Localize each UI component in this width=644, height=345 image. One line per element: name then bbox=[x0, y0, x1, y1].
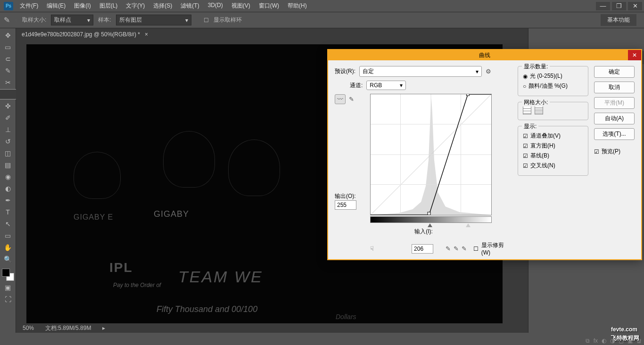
grid-size-label: 网格大小: bbox=[522, 99, 550, 107]
curve-graph[interactable] bbox=[370, 94, 492, 215]
cb-overlay[interactable]: ☑ bbox=[523, 133, 528, 140]
menu-file[interactable]: 文件(F) bbox=[20, 2, 38, 10]
grid-large-button[interactable] bbox=[535, 106, 543, 115]
menu-view[interactable]: 视图(V) bbox=[231, 2, 250, 10]
gray-eyedrop-icon[interactable]: ✎ bbox=[454, 245, 459, 252]
smooth-button: 平滑(M) bbox=[594, 97, 635, 109]
white-eyedrop-icon[interactable]: ✎ bbox=[462, 245, 467, 252]
blur-tool[interactable]: ◉ bbox=[2, 172, 14, 182]
healing-tool[interactable]: ✜ bbox=[2, 101, 14, 111]
fx-icon[interactable]: fx bbox=[594, 337, 598, 344]
marquee-tool[interactable]: ▭ bbox=[2, 42, 14, 52]
auto-button[interactable]: 自动(A) bbox=[594, 113, 635, 124]
menu-items: 文件(F) 编辑(E) 图像(I) 图层(L) 文字(Y) 选择(S) 滤镜(T… bbox=[20, 2, 307, 10]
screenmode-tool[interactable]: ⛶ bbox=[2, 294, 14, 304]
site-watermark: fevte.com 飞特教程网 bbox=[611, 322, 639, 342]
link-icon[interactable]: ⧉ bbox=[586, 337, 590, 344]
history-brush-tool[interactable]: ↺ bbox=[2, 136, 14, 147]
menu-edit[interactable]: 编辑(E) bbox=[47, 2, 66, 10]
channel-select[interactable]: RGB▾ bbox=[366, 81, 406, 90]
minimize-button[interactable]: — bbox=[596, 2, 610, 10]
sample-size-select[interactable]: 取样点▾ bbox=[51, 15, 93, 25]
workspace-switcher[interactable]: 基本功能 bbox=[601, 14, 636, 26]
zoom-level[interactable]: 50% bbox=[23, 325, 34, 331]
menu-layer[interactable]: 图层(L) bbox=[99, 2, 118, 10]
radio-light[interactable]: ◉ bbox=[523, 73, 528, 80]
black-slider[interactable] bbox=[428, 223, 432, 227]
options-button[interactable]: 选项(T)... bbox=[594, 128, 635, 140]
quick-select-tool[interactable]: ✎ bbox=[2, 66, 14, 76]
shape-tool[interactable]: ▭ bbox=[2, 230, 14, 241]
status-bar: 50% 文档:5.89M/5.89M ▸ bbox=[16, 323, 528, 333]
menu-window[interactable]: 窗口(W) bbox=[259, 2, 279, 10]
canvas-text: Fifty Thousand and 00/100 bbox=[157, 304, 257, 314]
type-tool[interactable]: T bbox=[2, 207, 14, 217]
close-tab-icon[interactable]: × bbox=[145, 31, 148, 38]
close-button[interactable]: ✕ bbox=[628, 2, 642, 10]
sample-select[interactable]: 所有图层▾ bbox=[116, 15, 191, 25]
white-slider[interactable] bbox=[466, 223, 471, 227]
curve-mode-icon[interactable]: 〰 bbox=[335, 94, 346, 104]
dodge-tool[interactable]: ◐ bbox=[2, 183, 14, 194]
doc-size: 文档:5.89M/5.89M bbox=[45, 324, 91, 332]
color-swatch[interactable] bbox=[2, 269, 14, 281]
menu-select[interactable]: 选择(S) bbox=[153, 2, 172, 10]
toolbox: ✥ ▭ ⊂ ✎ ✂ ✎ ✜ ✐ ⊥ ↺ ◫ ▤ ◉ ◐ ✒ T ↖ ▭ ✋ 🔍 … bbox=[0, 28, 16, 333]
canvas-text: IPL bbox=[109, 260, 133, 275]
zoom-tool[interactable]: 🔍 bbox=[2, 254, 14, 264]
canvas-text: TEAM WE bbox=[178, 268, 263, 286]
hand-icon[interactable]: ☟ bbox=[370, 245, 374, 252]
brush-tool[interactable]: ✐ bbox=[2, 113, 14, 123]
options-bar: ✎ ▾ 取样大小: 取样点▾ 样本: 所有图层▾ ☐ 显示取样环 基本功能 bbox=[0, 12, 644, 28]
mask-icon[interactable]: ◐ bbox=[602, 337, 606, 344]
lasso-tool[interactable]: ⊂ bbox=[2, 54, 14, 64]
maximize-button[interactable]: ❐ bbox=[612, 2, 626, 10]
preview-checkbox[interactable]: ☑ bbox=[594, 148, 599, 155]
dialog-close-button[interactable]: ✕ bbox=[628, 50, 641, 60]
menu-filter[interactable]: 滤镜(T) bbox=[181, 2, 199, 10]
ok-button[interactable]: 确定 bbox=[594, 66, 635, 78]
path-tool[interactable]: ↖ bbox=[2, 219, 14, 229]
cancel-button[interactable]: 取消 bbox=[594, 82, 635, 93]
show-clipping-checkbox[interactable]: 显示修剪(W) bbox=[481, 241, 512, 256]
cb-intersect[interactable]: ☑ bbox=[523, 163, 528, 169]
move-tool[interactable]: ✥ bbox=[2, 30, 14, 41]
ps-logo-icon: Ps bbox=[4, 2, 13, 10]
preset-menu-icon[interactable]: ⚙ bbox=[486, 68, 491, 75]
crop-tool[interactable]: ✂ bbox=[2, 77, 14, 88]
eraser-tool[interactable]: ◫ bbox=[2, 148, 14, 158]
grid-small-button[interactable] bbox=[523, 106, 531, 115]
pencil-mode-icon[interactable]: ✎ bbox=[349, 96, 354, 103]
menu-3d[interactable]: 3D(D) bbox=[208, 2, 223, 10]
pen-tool[interactable]: ✒ bbox=[2, 195, 14, 205]
sample-size-label: 取样大小: bbox=[22, 16, 46, 24]
gradient-tool[interactable]: ▤ bbox=[2, 160, 14, 170]
radio-pigment[interactable]: ○ bbox=[523, 83, 526, 90]
menu-type[interactable]: 文字(Y) bbox=[126, 2, 145, 10]
foreground-color[interactable] bbox=[2, 269, 10, 277]
canvas-text: GIGABY E bbox=[74, 213, 113, 222]
dialog-titlebar[interactable]: 曲线 ✕ bbox=[328, 50, 641, 60]
input-gradient[interactable] bbox=[370, 216, 492, 223]
canvas-text: Dollars bbox=[336, 313, 356, 320]
menu-help[interactable]: 帮助(H) bbox=[288, 2, 307, 10]
output-input[interactable] bbox=[335, 200, 356, 210]
window-controls: — ❐ ✕ bbox=[596, 2, 644, 10]
hand-tool[interactable]: ✋ bbox=[2, 242, 14, 253]
canvas-text: GIGABY bbox=[154, 209, 189, 219]
output-label: 输出(O): bbox=[335, 193, 356, 199]
cb-histogram[interactable]: ☑ bbox=[523, 143, 528, 149]
input-input[interactable] bbox=[412, 244, 433, 254]
document-tab[interactable]: e1d49e9e780b2f002807.jpg @ 50%(RGB/8#) *… bbox=[22, 31, 148, 38]
preset-select[interactable]: 自定▾ bbox=[359, 66, 482, 77]
document-tabs: e1d49e9e780b2f002807.jpg @ 50%(RGB/8#) *… bbox=[16, 28, 528, 41]
show-ring-checkbox[interactable]: 显示取样环 bbox=[214, 16, 242, 24]
quickmask-tool[interactable]: ▣ bbox=[2, 282, 14, 293]
menu-image[interactable]: 图像(I) bbox=[74, 2, 91, 10]
stamp-tool[interactable]: ⊥ bbox=[2, 124, 14, 135]
menu-bar: Ps 文件(F) 编辑(E) 图像(I) 图层(L) 文字(Y) 选择(S) 滤… bbox=[0, 0, 644, 12]
black-eyedrop-icon[interactable]: ✎ bbox=[446, 245, 451, 252]
dialog-title: 曲线 bbox=[479, 51, 490, 59]
preset-label: 预设(R): bbox=[335, 67, 355, 75]
cb-baseline[interactable]: ☑ bbox=[523, 153, 528, 159]
